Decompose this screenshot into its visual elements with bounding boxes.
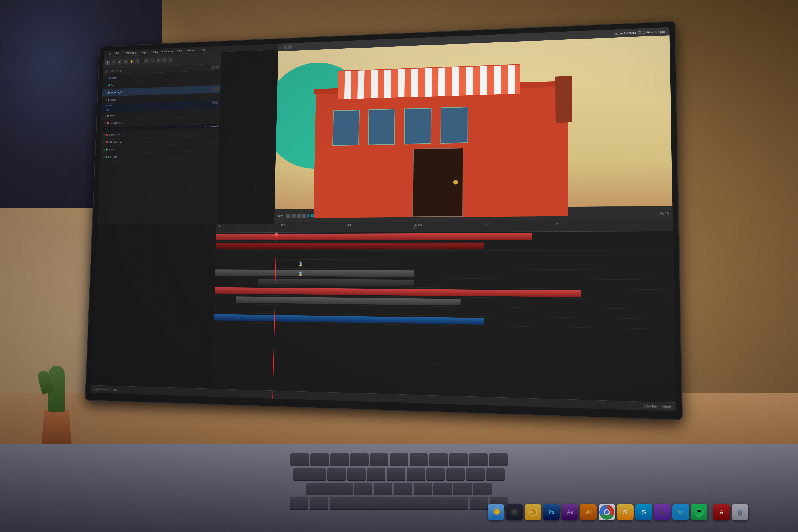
sketch-icon-svg: S (528, 507, 538, 517)
skype-letter: S (642, 508, 646, 516)
footer-buttons: Switches Modes (643, 404, 673, 409)
grid-icon[interactable] (284, 45, 287, 49)
menu-item-animation[interactable]: Animation (160, 49, 174, 54)
track-bar-dark-gray[interactable] (258, 279, 414, 286)
ruler-mark-01-00f: 01:00f (415, 223, 424, 226)
menu-item-view[interactable]: View (175, 49, 184, 53)
dock-icon-after-effects[interactable]: Ae (562, 504, 578, 520)
dock-icon-finder[interactable]: 🙂 (488, 504, 504, 520)
key[interactable] (394, 482, 412, 495)
property-value: Inverted (209, 125, 217, 128)
zoom-tool-button[interactable]: ⊕ (135, 58, 140, 64)
text-tool-button[interactable]: T (162, 57, 167, 63)
dock-icon-sketch2[interactable]: S (617, 504, 633, 520)
safe-margins-icon[interactable] (288, 45, 292, 49)
track-bar-gray-1[interactable] (215, 269, 414, 277)
visibility-icon[interactable] (213, 88, 216, 91)
dock-icon-trash[interactable] (732, 504, 748, 520)
pen-tool-button[interactable]: ✎ (111, 59, 116, 65)
prev-frame-btn[interactable] (218, 411, 222, 411)
menu-item-file[interactable]: File (106, 52, 113, 56)
pan-tool-button[interactable]: ✋ (129, 59, 134, 64)
key[interactable] (354, 482, 373, 495)
dock-icon-skype[interactable]: S (635, 504, 652, 520)
layer-num: 13 (101, 156, 104, 158)
key[interactable] (293, 468, 326, 481)
key[interactable] (290, 497, 308, 510)
photoshop-text-icon: Ps (549, 509, 554, 515)
quality-controls: Full ▾ (660, 211, 669, 215)
layer-search-icon[interactable] (215, 65, 220, 69)
prop-btn-2[interactable] (215, 101, 218, 104)
dock-icon-adobe[interactable]: A (713, 504, 730, 520)
layer-num: 2 (104, 84, 108, 87)
menu-item-layer[interactable]: Layer (140, 50, 149, 54)
spacebar[interactable] (330, 497, 468, 510)
brush-tool-button[interactable]: ⌂ (168, 57, 173, 63)
svg-point-15 (605, 510, 609, 514)
anchor-tool-button[interactable]: ✛ (123, 59, 128, 64)
key[interactable] (374, 482, 392, 495)
dock-icon-spotify[interactable] (691, 504, 707, 520)
illustrator-text-icon: Ai (586, 509, 591, 515)
key[interactable] (306, 482, 353, 495)
menu-item-help[interactable]: Help (198, 48, 207, 52)
modes-button[interactable]: Modes (661, 404, 673, 409)
grid-btn[interactable] (286, 214, 290, 218)
key[interactable] (433, 482, 452, 495)
switches-button[interactable]: Switches (643, 404, 659, 408)
svg-text:S: S (531, 510, 533, 514)
layer-color-indicator (105, 156, 107, 158)
menu-item-composition[interactable]: Composition (122, 51, 139, 55)
view-count-label: 1 View (643, 30, 653, 34)
dock-icon-illustrator[interactable]: Ai (580, 504, 597, 520)
window-2 (368, 109, 395, 145)
begin-btn[interactable] (213, 411, 217, 411)
ruler-btn[interactable] (297, 214, 301, 218)
layer-settings-icon[interactable] (211, 65, 215, 69)
select-tool-button[interactable]: ▸ (105, 60, 110, 65)
star-tool-button[interactable]: ★ (156, 57, 161, 63)
separator (285, 214, 285, 218)
key[interactable] (310, 497, 328, 510)
snapshot-btn[interactable] (302, 214, 306, 218)
laptop: +8.0 File Edit Composition Layer Effect … (83, 18, 764, 487)
track-bar-red-1[interactable] (216, 233, 532, 240)
safe-area-btn[interactable] (291, 214, 295, 218)
key[interactable] (414, 482, 432, 495)
menu-item-edit[interactable]: Edit (114, 51, 121, 55)
window-3 (404, 108, 431, 144)
building-door (412, 148, 463, 217)
track-bar-dark-red[interactable] (216, 243, 484, 249)
key[interactable] (473, 482, 492, 495)
layer-color-indicator (109, 77, 111, 79)
menu-item-window[interactable]: Window (185, 48, 197, 52)
sketch2-text: S (623, 508, 628, 516)
next-frame-btn[interactable] (229, 411, 233, 411)
track-area: ⌛ ⌛ (211, 231, 676, 412)
solo-icon[interactable] (216, 88, 219, 91)
dock-icon-launchpad[interactable] (506, 504, 523, 520)
layer-name: 15. White_BC (111, 91, 123, 94)
dock-icon-twitter[interactable]: 🐦 (672, 504, 689, 520)
rectangle-tool-button[interactable]: ▭ (144, 58, 149, 64)
dock-icon-viber[interactable]: 📞 (654, 504, 670, 520)
rotate-tool-button[interactable]: ↻ (117, 59, 122, 65)
track-bar-gray-2[interactable] (236, 297, 461, 305)
svg-point-16 (695, 508, 704, 517)
dock-icon-photoshop[interactable]: Ps (543, 504, 560, 520)
dock-icon-chrome[interactable] (598, 504, 615, 520)
key[interactable] (327, 468, 346, 481)
dropdown-icon[interactable] (638, 31, 641, 34)
play-btn[interactable]: ▶ (224, 411, 227, 412)
dropdown-arrow-icon: ▾ (115, 115, 116, 117)
quality-dropdown-icon[interactable]: ▾ (665, 211, 669, 215)
key[interactable] (347, 468, 365, 481)
ellipse-tool-button[interactable]: ○ (150, 58, 155, 63)
dock-icon-sketch[interactable]: S (525, 504, 541, 520)
hourglass-icon-2: ⌛ (297, 270, 304, 277)
svg-rect-19 (739, 509, 741, 510)
prop-btn-1[interactable] (212, 101, 215, 104)
menu-item-effect[interactable]: Effect (150, 50, 159, 54)
key[interactable] (453, 482, 472, 495)
